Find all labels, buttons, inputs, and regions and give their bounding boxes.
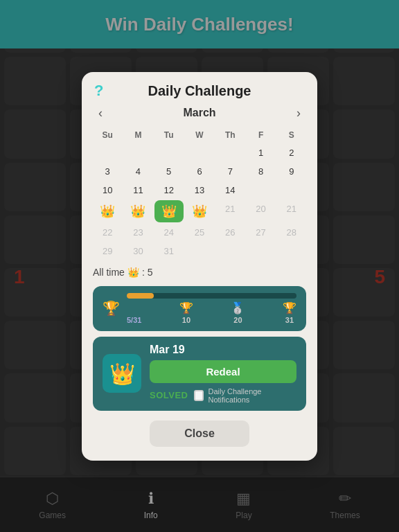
- dialog: ? Daily Challenge ‹ March › Su M Tu W Th…: [82, 72, 317, 461]
- cal-cell-12[interactable]: 12: [154, 181, 184, 199]
- cal-cell-empty: [277, 242, 306, 260]
- cal-cell-28: 28: [277, 224, 306, 241]
- calendar-month: March: [183, 107, 215, 119]
- cal-cell-2[interactable]: 2: [277, 144, 306, 161]
- cal-cell-24: 24: [154, 224, 184, 241]
- cal-cell-21: 21: [215, 200, 245, 222]
- gold-trophy-icon: 🏆: [283, 301, 296, 314]
- cal-cell-5[interactable]: 5: [154, 163, 184, 180]
- progress-section: 🏆 5/31 🏆 10 🥈 20: [93, 286, 306, 331]
- cal-cell-6[interactable]: 6: [185, 163, 214, 180]
- cal-cell-3[interactable]: 3: [93, 163, 122, 180]
- solved-label: SOLVED: [150, 390, 188, 400]
- cal-cell-20-crown[interactable]: 👑: [185, 200, 214, 222]
- redeal-button[interactable]: Redeal: [150, 360, 296, 383]
- alltime-row: All time 👑 : 5: [82, 260, 317, 282]
- cal-cell-27: 27: [246, 224, 275, 241]
- progress-fraction: 5/31: [127, 316, 141, 324]
- progress-bar-container: 5/31 🏆 10 🥈 20 🏆 31: [127, 293, 296, 324]
- cal-cell-30: 30: [123, 242, 152, 260]
- cal-cell-13[interactable]: 13: [185, 181, 214, 199]
- dialog-title: Daily Challenge: [148, 83, 251, 99]
- cal-cell-4[interactable]: 4: [123, 163, 152, 180]
- alltime-crown-icon: 👑: [127, 267, 139, 278]
- cal-header-su: Su: [93, 127, 122, 143]
- cal-cell-20-dim: 20: [246, 200, 275, 222]
- help-icon[interactable]: ?: [94, 82, 103, 100]
- cal-cell-17-crown[interactable]: 👑: [93, 200, 122, 222]
- cal-cell-25: 25: [185, 224, 214, 241]
- cal-cell-18-crown[interactable]: 👑: [123, 200, 152, 222]
- cal-header-w: W: [185, 127, 214, 143]
- cal-cell-26: 26: [215, 224, 245, 241]
- cal-cell-22: 22: [93, 224, 122, 241]
- bronze-trophy-icon: 🏆: [179, 301, 193, 314]
- cal-cell-9[interactable]: 9: [277, 163, 306, 180]
- calendar-grid: Su M Tu W Th F S 1 2 3 4 5 6 7: [93, 127, 306, 260]
- notif-checkbox[interactable]: [194, 390, 204, 401]
- cal-header-tu: Tu: [154, 127, 184, 143]
- alltime-count: 5: [148, 267, 153, 278]
- cal-cell-empty: [246, 242, 275, 260]
- cal-cell-11[interactable]: 11: [123, 181, 152, 199]
- milestone-10: 🏆 10: [179, 301, 193, 324]
- cal-cell-23: 23: [123, 224, 152, 241]
- notif-text: Daily Challenge Notifications: [208, 387, 296, 404]
- alltime-separator: :: [142, 267, 145, 278]
- trophy-start-icon: 🏆: [103, 300, 120, 317]
- cal-header-th: Th: [215, 127, 245, 143]
- silver-trophy-icon: 🥈: [231, 301, 245, 314]
- cal-cell-8[interactable]: 8: [246, 163, 275, 180]
- milestone-31-label: 31: [285, 316, 294, 324]
- calendar: ‹ March › Su M Tu W Th F S 1 2: [82, 105, 317, 260]
- dialog-header: ? Daily Challenge: [82, 72, 317, 105]
- solved-crown-icon: 👑: [109, 362, 135, 386]
- notification-checkbox-row[interactable]: Daily Challenge Notifications: [194, 387, 297, 404]
- progress-milestones: 5/31 🏆 10 🥈 20 🏆 31: [127, 301, 296, 324]
- cal-header-f: F: [246, 127, 275, 143]
- cal-header-m: M: [123, 127, 152, 143]
- progress-bar-fill: [127, 293, 154, 299]
- cal-cell-10[interactable]: 10: [93, 181, 122, 199]
- prev-month-button[interactable]: ‹: [93, 105, 108, 122]
- cal-cell-7[interactable]: 7: [215, 163, 245, 180]
- solved-crown-box: 👑: [103, 354, 141, 393]
- cal-cell-empty: [215, 242, 245, 260]
- cal-cell-1[interactable]: 1: [246, 144, 275, 161]
- milestone-31: 🏆 31: [283, 301, 296, 324]
- cal-cell-empty: [185, 242, 214, 260]
- solved-date: Mar 19: [150, 344, 296, 356]
- cal-cell-19-crown-green[interactable]: 👑: [154, 200, 184, 222]
- cal-cell-empty: [123, 144, 152, 161]
- cal-cell-16: [277, 181, 306, 199]
- cal-cell-21-dim: 21: [277, 200, 306, 222]
- cal-cell-empty: [185, 144, 214, 161]
- solved-info: Mar 19 Redeal SOLVED Daily Challenge Not…: [150, 344, 296, 404]
- cal-cell-empty: [215, 144, 245, 161]
- cal-cell-15: [246, 181, 275, 199]
- milestone-20: 🥈 20: [231, 301, 245, 324]
- overlay: ? Daily Challenge ‹ March › Su M Tu W Th…: [0, 0, 399, 532]
- cal-header-s: S: [277, 127, 306, 143]
- progress-bar-track: [127, 293, 296, 299]
- cal-cell-31: 31: [154, 242, 184, 260]
- cal-cell-29: 29: [93, 242, 122, 260]
- solved-bottom: SOLVED Daily Challenge Notifications: [150, 387, 296, 404]
- next-month-button[interactable]: ›: [291, 105, 306, 122]
- cal-cell-empty: [154, 144, 184, 161]
- milestone-10-label: 10: [182, 316, 190, 324]
- alltime-label: All time: [93, 267, 125, 278]
- calendar-nav: ‹ March ›: [93, 105, 306, 122]
- cal-cell-14[interactable]: 14: [215, 181, 245, 199]
- solved-section: 👑 Mar 19 Redeal SOLVED Daily Challenge N…: [93, 337, 306, 411]
- cal-cell-empty: [93, 144, 122, 161]
- milestone-20-label: 20: [233, 316, 242, 324]
- close-button[interactable]: Close: [150, 420, 249, 447]
